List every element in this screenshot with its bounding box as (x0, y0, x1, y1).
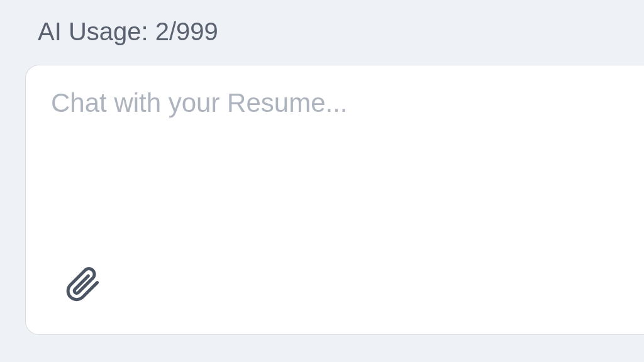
chat-panel: AI Usage: 2/999 (0, 0, 644, 362)
chat-input[interactable] (51, 88, 619, 245)
attach-button[interactable] (64, 264, 101, 304)
chat-input-card (25, 65, 644, 335)
ai-usage-label: AI Usage: 2/999 (38, 18, 644, 46)
paperclip-icon (64, 264, 101, 304)
